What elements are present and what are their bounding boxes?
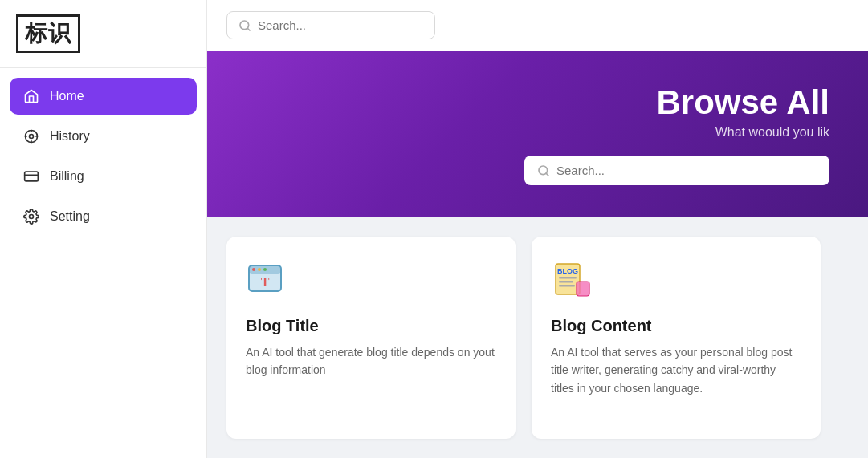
main-content: Browse All What woould you lik [207, 0, 868, 458]
blog-content-card[interactable]: BLOG Blog Content An AI tool that serves… [532, 237, 821, 439]
svg-point-14 [263, 268, 267, 271]
svg-text:BLOG: BLOG [557, 267, 578, 275]
svg-line-8 [546, 173, 548, 176]
sidebar-item-history[interactable]: History [10, 118, 197, 155]
sidebar: 标识 Home History [0, 0, 207, 458]
svg-rect-2 [25, 172, 39, 181]
blog-title-card-title: Blog Title [246, 317, 496, 335]
sidebar-item-setting[interactable]: Setting [10, 198, 197, 235]
svg-rect-21 [559, 285, 575, 287]
blog-title-card-desc: An AI tool that generate blog title depe… [246, 343, 496, 379]
logo-container: 标识 [0, 0, 206, 68]
hero-subtitle: What woould you lik [715, 125, 829, 140]
sidebar-item-home[interactable]: Home [10, 78, 197, 115]
topbar-search-input[interactable] [258, 18, 423, 32]
sidebar-item-setting-label: Setting [50, 209, 90, 224]
home-icon [22, 87, 40, 105]
svg-point-1 [30, 135, 34, 139]
blog-content-card-desc: An AI tool that serves as your personal … [551, 343, 801, 397]
svg-point-4 [30, 215, 34, 219]
svg-text:T: T [261, 275, 270, 289]
blog-content-card-title: Blog Content [551, 317, 801, 335]
hero-search-icon [537, 164, 550, 177]
hero-banner: Browse All What woould you lik [207, 51, 868, 217]
topbar [207, 0, 868, 51]
app-logo: 标识 [16, 14, 80, 53]
cards-section: T Blog Title An AI tool that generate bl… [207, 217, 868, 458]
sidebar-item-home-label: Home [50, 89, 84, 103]
sidebar-item-billing-label: Billing [50, 169, 84, 184]
sidebar-nav: Home History Billing [0, 68, 206, 245]
hero-title: Browse All [657, 83, 830, 122]
blog-content-card-icon: BLOG [551, 259, 596, 304]
sidebar-item-billing[interactable]: Billing [10, 158, 197, 195]
svg-rect-20 [559, 281, 573, 283]
history-icon [22, 128, 40, 145]
svg-line-6 [247, 28, 250, 30]
svg-rect-19 [559, 277, 577, 279]
topbar-search-icon [238, 19, 251, 32]
setting-icon [22, 208, 40, 225]
billing-icon [22, 168, 40, 185]
hero-search-container[interactable] [524, 156, 829, 185]
sidebar-item-history-label: History [50, 129, 90, 144]
svg-point-13 [258, 268, 261, 271]
blog-title-card[interactable]: T Blog Title An AI tool that generate bl… [226, 237, 516, 439]
blog-title-card-icon: T [246, 259, 291, 304]
topbar-search-container[interactable] [226, 11, 435, 39]
svg-point-12 [252, 268, 255, 271]
svg-rect-22 [577, 282, 589, 296]
hero-search-input[interactable] [556, 164, 817, 177]
